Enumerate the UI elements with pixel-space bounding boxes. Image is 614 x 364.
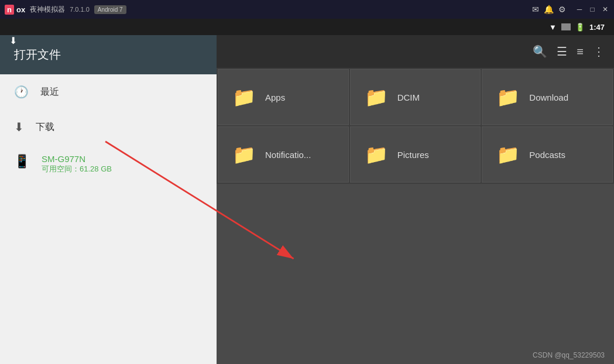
main-content: 🔍 ☰ ≡ ⋮ 📁 Apps 📁 DCIM 📁 Download <box>217 35 614 364</box>
folder-notifications-label: Notificatio... <box>265 150 311 160</box>
nox-ox-letters: ox <box>16 5 25 14</box>
sidebar-header: 打开文件 <box>0 35 217 74</box>
more-options-icon[interactable]: ⋮ <box>593 44 605 59</box>
signal-bar <box>561 23 571 30</box>
folder-dcim[interactable]: 📁 DCIM <box>350 69 481 125</box>
folder-pictures[interactable]: 📁 Pictures <box>350 126 481 183</box>
download-label: 下载 <box>36 121 54 133</box>
folder-download[interactable]: 📁 Download <box>482 69 613 125</box>
nox-logo: n ox <box>5 5 25 15</box>
folder-apps[interactable]: 📁 Apps <box>218 69 349 125</box>
folder-podcasts[interactable]: 📁 Podcasts <box>482 126 613 183</box>
battery-icon: 🔋 <box>575 23 585 32</box>
file-manager: 打开文件 🕐 最近 ⬇ 下载 📱 SM-G977N 可用空间：61.28 GB <box>0 35 614 364</box>
phone-icon[interactable]: 🔔 <box>544 5 554 14</box>
window-controls: ─ □ ✕ <box>575 5 609 13</box>
nox-n-letter: n <box>5 5 14 15</box>
android-download-status-icon: ⬇ <box>9 35 17 46</box>
sidebar-device[interactable]: 📱 SM-G977N 可用空间：61.28 GB <box>0 145 217 184</box>
device-space: 可用空间：61.28 GB <box>42 164 112 174</box>
folder-apps-icon: 📁 <box>232 86 256 108</box>
folder-podcasts-icon: 📁 <box>496 143 520 166</box>
watermark: CSDN @qq_53229503 <box>533 351 605 359</box>
folder-apps-label: Apps <box>265 92 285 102</box>
android-badge: Android 7 <box>94 5 126 14</box>
folder-podcasts-label: Podcasts <box>529 150 565 160</box>
recent-icon: 🕐 <box>14 85 29 99</box>
msg-icon[interactable]: ✉ <box>532 5 539 14</box>
close-button[interactable]: ✕ <box>601 5 609 13</box>
folder-dcim-label: DCIM <box>397 92 420 102</box>
folder-grid: 📁 Apps 📁 DCIM 📁 Download 📁 Notificatio..… <box>217 68 614 184</box>
folder-download-icon: 📁 <box>496 86 520 108</box>
list-view-icon[interactable]: ☰ <box>557 44 567 59</box>
folder-notifications[interactable]: 📁 Notificatio... <box>218 126 349 183</box>
folder-notifications-icon: 📁 <box>232 143 256 166</box>
maximize-button[interactable]: □ <box>588 5 596 13</box>
device-name: SM-G977N <box>42 154 112 164</box>
filter-icon[interactable]: ≡ <box>577 45 584 59</box>
android-status-bar: ▼ 🔋 1:47 <box>0 19 614 35</box>
app-window: ▼ 🔋 1:47 ⬇ 打开文件 🕐 最近 ⬇ 下载 📱 <box>0 19 614 364</box>
sidebar-item-download[interactable]: ⬇ 下载 <box>0 109 217 145</box>
settings-icon[interactable]: ⚙ <box>558 5 566 14</box>
sidebar-item-recent[interactable]: 🕐 最近 <box>0 74 217 109</box>
main-toolbar: 🔍 ☰ ≡ ⋮ <box>217 35 614 68</box>
status-time: 1:47 <box>589 23 605 32</box>
folder-dcim-icon: 📁 <box>365 86 388 108</box>
folder-pictures-label: Pictures <box>397 150 429 160</box>
minimize-button[interactable]: ─ <box>575 5 584 13</box>
search-icon[interactable]: 🔍 <box>533 44 547 59</box>
folder-pictures-icon: 📁 <box>365 143 388 166</box>
wifi-icon: ▼ <box>549 23 557 32</box>
download-icon: ⬇ <box>14 120 24 134</box>
recent-label: 最近 <box>40 86 59 98</box>
title-bar: n ox 夜神模拟器 7.0.1.0 Android 7 ✉ 🔔 ⚙ ─ □ ✕ <box>0 0 614 19</box>
sidebar: 打开文件 🕐 最近 ⬇ 下载 📱 SM-G977N 可用空间：61.28 GB <box>0 35 217 364</box>
app-name: 夜神模拟器 <box>30 5 65 15</box>
device-icon: 📱 <box>14 154 30 169</box>
device-info: SM-G977N 可用空间：61.28 GB <box>42 154 112 174</box>
version-label: 7.0.1.0 <box>70 6 90 13</box>
folder-download-label: Download <box>529 92 568 102</box>
